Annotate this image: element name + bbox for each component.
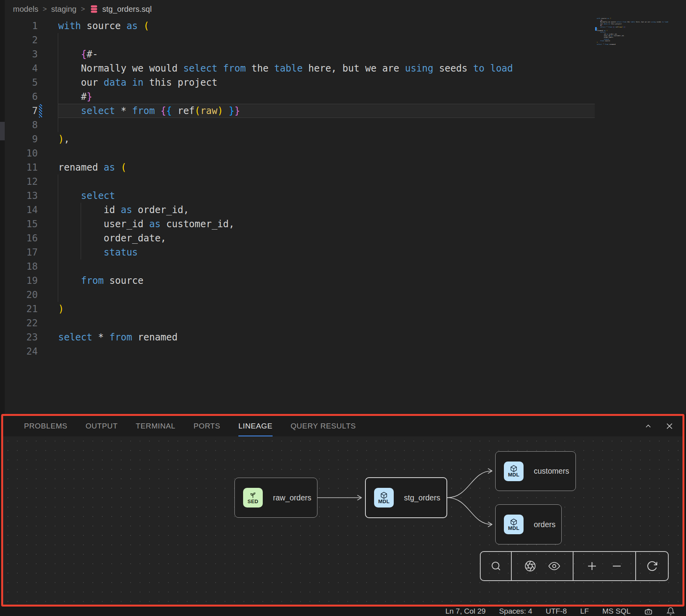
code-line[interactable]: 1with source as ( bbox=[5, 19, 686, 33]
code-text[interactable]: ) bbox=[58, 302, 64, 316]
refresh-button[interactable] bbox=[646, 560, 658, 572]
code-line[interactable]: 24 bbox=[5, 344, 686, 359]
close-icon[interactable] bbox=[665, 422, 674, 430]
status-eol[interactable]: LF bbox=[580, 607, 589, 616]
minimap-code: with source as ( {#- Normally we would s… bbox=[597, 18, 623, 45]
code-line[interactable]: 10 bbox=[5, 146, 686, 160]
edge-stg-to-orders bbox=[447, 498, 492, 524]
code-line[interactable]: 19 from source bbox=[5, 274, 686, 288]
search-icon bbox=[490, 560, 502, 572]
line-number: 15 bbox=[5, 217, 38, 231]
zoom-in-button[interactable] bbox=[586, 560, 598, 572]
code-text[interactable]: status bbox=[58, 245, 138, 259]
code-line[interactable]: 6 #} bbox=[5, 90, 686, 104]
code-text[interactable]: select bbox=[58, 189, 115, 203]
panel-tab-strip: PROBLEMSOUTPUTTERMINALPORTSLINEAGEQUERY … bbox=[15, 416, 365, 436]
chevron-up-icon[interactable] bbox=[644, 422, 653, 430]
code-text[interactable]: #} bbox=[58, 90, 92, 104]
refresh-icon bbox=[646, 560, 658, 572]
line-number: 2 bbox=[5, 33, 38, 47]
zoom-out-icon bbox=[611, 560, 623, 572]
code-line[interactable]: 22 bbox=[5, 316, 686, 330]
minimap-modified-marker bbox=[595, 27, 597, 31]
lineage-node-customers[interactable]: MDL customers bbox=[495, 451, 576, 491]
line-number: 23 bbox=[5, 330, 38, 344]
code-text[interactable]: select * from {{ ref(raw) }} bbox=[58, 104, 240, 118]
tab-problems[interactable]: PROBLEMS bbox=[15, 416, 76, 436]
code-text[interactable]: user_id as customer_id, bbox=[58, 217, 234, 231]
code-line[interactable]: 8 bbox=[5, 118, 686, 132]
code-text[interactable]: Normally we would select from the table … bbox=[58, 61, 513, 75]
code-line[interactable]: 5 our data in this project bbox=[5, 75, 686, 90]
breadcrumb-item-models[interactable]: models bbox=[13, 5, 38, 14]
line-number: 21 bbox=[5, 302, 38, 316]
model-badge: MDL bbox=[374, 488, 394, 508]
code-line[interactable]: 21) bbox=[5, 302, 686, 316]
line-number: 1 bbox=[5, 19, 38, 33]
code-text[interactable]: order_date, bbox=[58, 231, 166, 245]
search-button[interactable] bbox=[490, 560, 502, 572]
code-text[interactable]: from source bbox=[58, 274, 144, 288]
seed-icon bbox=[249, 491, 257, 499]
code-line[interactable]: 3 {#- bbox=[5, 47, 686, 61]
code-line[interactable]: 23select * from renamed bbox=[5, 330, 686, 344]
tab-lineage[interactable]: LINEAGE bbox=[229, 416, 282, 436]
status-language-mode[interactable]: MS SQL bbox=[602, 607, 631, 616]
editor: models > staging > stg_orders.sql 1with … bbox=[5, 0, 686, 414]
model-cube-icon bbox=[380, 491, 388, 499]
breadcrumb-item-file[interactable]: stg_orders.sql bbox=[89, 4, 152, 14]
code-line[interactable]: 13 select bbox=[5, 189, 686, 203]
lineage-canvas[interactable]: SED raw_orders MDL stg_orders MDL bbox=[3, 436, 682, 605]
code-line[interactable]: 7 select * from {{ ref(raw) }} bbox=[5, 104, 686, 118]
copilot-icon[interactable] bbox=[644, 607, 653, 616]
lineage-node-raw-orders[interactable]: SED raw_orders bbox=[234, 478, 317, 518]
code-line[interactable]: 17 status bbox=[5, 245, 686, 259]
lineage-node-orders[interactable]: MDL orders bbox=[495, 504, 562, 544]
code-line[interactable]: 20 bbox=[5, 288, 686, 302]
code-text[interactable]: renamed as ( bbox=[58, 160, 126, 175]
breadcrumb-item-staging[interactable]: staging bbox=[51, 5, 77, 14]
status-bar: Ln 7, Col 29 Spaces: 4 UTF-8 LF MS SQL bbox=[0, 607, 686, 616]
node-label: stg_orders bbox=[404, 493, 440, 502]
tab-query-results[interactable]: QUERY RESULTS bbox=[282, 416, 365, 436]
line-number: 16 bbox=[5, 231, 38, 245]
code-line[interactable]: 2 bbox=[5, 33, 686, 47]
code-line[interactable]: 11renamed as ( bbox=[5, 160, 686, 175]
code-line[interactable]: 4 Normally we would select from the tabl… bbox=[5, 61, 686, 75]
code-line[interactable]: 15 user_id as customer_id, bbox=[5, 217, 686, 231]
activity-strip bbox=[0, 0, 5, 414]
code-text[interactable]: {#- bbox=[58, 47, 98, 61]
line-number: 7 bbox=[5, 104, 38, 118]
status-encoding[interactable]: UTF-8 bbox=[546, 607, 567, 616]
code-line[interactable]: 14 id as order_id, bbox=[5, 203, 686, 217]
code-text[interactable]: id as order_id, bbox=[58, 203, 189, 217]
status-cursor-position[interactable]: Ln 7, Col 29 bbox=[445, 607, 485, 616]
visibility-button[interactable] bbox=[548, 560, 560, 572]
status-indentation[interactable]: Spaces: 4 bbox=[499, 607, 533, 616]
line-number: 18 bbox=[5, 259, 38, 274]
code-lines[interactable]: 1with source as (23 {#-4 Normally we wou… bbox=[5, 19, 686, 359]
code-line[interactable]: 18 bbox=[5, 259, 686, 274]
tab-ports[interactable]: PORTS bbox=[184, 416, 229, 436]
activity-strip-indicator[interactable] bbox=[0, 122, 5, 140]
lineage-node-stg-orders[interactable]: MDL stg_orders bbox=[365, 477, 447, 518]
zoom-out-button[interactable] bbox=[611, 560, 623, 572]
code-text[interactable]: select * from renamed bbox=[58, 330, 177, 344]
minimap[interactable]: with source as ( {#- Normally we would s… bbox=[597, 18, 686, 73]
tab-output[interactable]: OUTPUT bbox=[76, 416, 127, 436]
line-number: 13 bbox=[5, 189, 38, 203]
code-text[interactable]: with source as ( bbox=[58, 19, 149, 33]
code-line[interactable]: 12 bbox=[5, 175, 686, 189]
bell-icon[interactable] bbox=[666, 607, 675, 616]
code-text[interactable]: ), bbox=[58, 132, 70, 146]
badge-label: MDL bbox=[508, 472, 519, 478]
code-text[interactable]: our data in this project bbox=[58, 75, 218, 90]
code-line[interactable]: 16 order_date, bbox=[5, 231, 686, 245]
aperture-button[interactable] bbox=[524, 560, 536, 572]
indent-guide bbox=[58, 175, 58, 302]
line-number: 10 bbox=[5, 146, 38, 160]
tab-terminal[interactable]: TERMINAL bbox=[127, 416, 184, 436]
code-line[interactable]: 9), bbox=[5, 132, 686, 146]
bottom-panel: PROBLEMSOUTPUTTERMINALPORTSLINEAGEQUERY … bbox=[1, 414, 684, 607]
line-number: 22 bbox=[5, 316, 38, 330]
